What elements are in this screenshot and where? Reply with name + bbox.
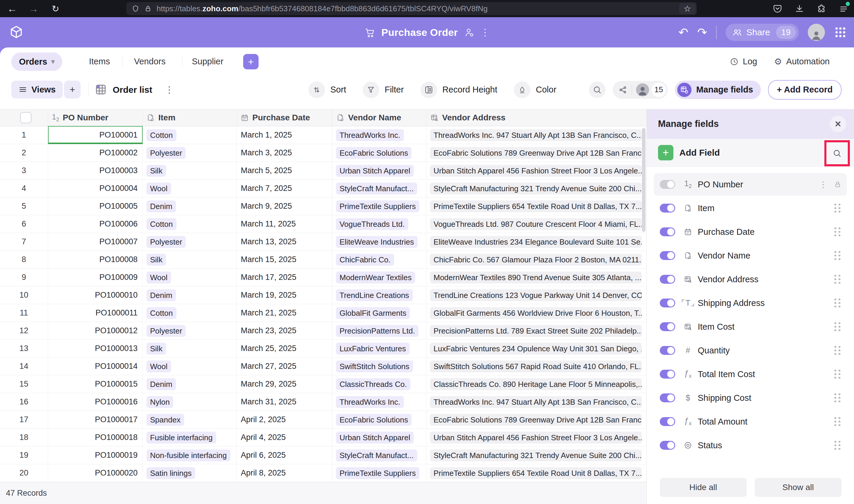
purchase-date-cell[interactable]: April 6, 2025 — [237, 447, 333, 464]
manage-fields-button[interactable]: Manage fields — [675, 80, 761, 99]
vendor-address-cell[interactable]: EcoFabric Solutions 789 Greenway Drive A… — [426, 144, 646, 162]
drag-handle-icon[interactable] — [833, 298, 841, 308]
vendor-name-cell[interactable]: EliteWeave Industries — [333, 233, 426, 251]
field-row-vendor-address[interactable]: Vendor Address — [654, 267, 847, 291]
vendor-name-cell[interactable]: LuxFabric Ventures — [333, 340, 426, 357]
vendor-address-cell[interactable]: VogueThreads Ltd. 987 Couture Crescent F… — [426, 215, 646, 233]
field-toggle[interactable] — [660, 441, 675, 450]
filter-button[interactable]: Filter — [363, 82, 404, 98]
purchase-date-cell[interactable]: March 19, 2025 — [237, 286, 333, 304]
browser-reload-button[interactable]: ↻ — [48, 0, 64, 17]
field-menu-kebab-icon[interactable]: ⋮ — [819, 180, 827, 190]
vendor-name-cell[interactable]: StyleCraft Manufact... — [333, 180, 426, 197]
vendor-address-cell[interactable]: PrimeTextile Suppliers 654 Textile Road … — [426, 197, 646, 215]
vendor-address-cell[interactable]: ModernWear Textiles 890 Trend Avenue Sui… — [426, 269, 646, 286]
item-cell[interactable]: Polyester — [143, 144, 237, 162]
row-number-cell[interactable]: 15 — [0, 375, 48, 393]
table-row[interactable]: 7 PO100007 Polyester March 13, 2025 Elit… — [0, 233, 646, 251]
row-number-cell[interactable]: 16 — [0, 393, 48, 411]
pocket-save-icon[interactable] — [773, 4, 782, 13]
drag-handle-icon[interactable] — [833, 203, 841, 214]
tab-orders[interactable]: Orders▾ — [11, 53, 62, 71]
vendor-address-cell[interactable]: ThreadWorks Inc. 947 Stuart Ally Apt 13B… — [426, 393, 646, 411]
purchase-date-cell[interactable]: March 11, 2025 — [237, 215, 333, 233]
field-row-po-number[interactable]: 12 PO Number ⋮ — [654, 173, 847, 196]
item-cell[interactable]: Cotton — [143, 126, 237, 144]
row-number-cell[interactable]: 1 — [0, 126, 48, 144]
table-row[interactable]: 1 PO100001 Cotton March 1, 2025 ThreadWo… — [0, 126, 646, 144]
item-cell[interactable]: Cotton — [143, 304, 237, 322]
vendor-name-cell[interactable]: EcoFabric Solutions — [333, 144, 426, 162]
browser-back-button[interactable]: ← — [4, 0, 20, 17]
vendor-address-cell[interactable]: PrecisionPatterns Ltd. 789 Exact Street … — [426, 322, 646, 340]
field-row-quantity[interactable]: # Quantity — [654, 339, 847, 362]
field-row-purchase-date[interactable]: Purchase Date — [654, 220, 847, 244]
show-all-button[interactable]: Show all — [755, 478, 841, 497]
vendor-address-cell[interactable]: PrimeTextile Suppliers 654 Textile Road … — [426, 464, 646, 482]
po-number-cell[interactable]: PO1000014 — [48, 358, 143, 375]
po-number-cell[interactable]: PO1000020 — [48, 464, 143, 482]
table-row[interactable]: 19 PO1000019 Non-fusible interfacing Apr… — [0, 447, 646, 464]
item-cell[interactable]: Wool — [143, 269, 237, 286]
po-number-cell[interactable]: PO1000018 — [48, 429, 143, 446]
item-cell[interactable]: Fusible interfacing — [143, 429, 237, 446]
drag-handle-icon[interactable] — [833, 369, 841, 379]
po-number-cell[interactable]: PO1000011 — [48, 304, 143, 322]
field-row-shipping-cost[interactable]: $ Shipping Cost — [654, 386, 847, 410]
item-cell[interactable]: Satin linings — [143, 464, 237, 482]
view-name[interactable]: Order list — [113, 76, 152, 104]
search-button[interactable] — [589, 82, 605, 98]
table-row[interactable]: 5 PO100005 Denim March 9, 2025 PrimeText… — [0, 197, 646, 215]
vendor-name-cell[interactable]: ThreadWorks Inc. — [333, 393, 426, 411]
field-row-total-item-cost[interactable]: ƒx Total Item Cost — [654, 362, 847, 386]
purchase-date-cell[interactable]: March 17, 2025 — [237, 269, 333, 286]
browser-forward-button[interactable]: → — [25, 0, 41, 17]
field-toggle[interactable] — [660, 322, 675, 331]
column-header-vendor-address[interactable]: Vendor Address — [426, 109, 646, 126]
add-field-plus-icon[interactable]: + — [658, 145, 673, 160]
item-cell[interactable]: Spandex — [143, 411, 237, 428]
po-number-cell[interactable]: PO100007 — [48, 233, 143, 251]
download-icon[interactable] — [795, 4, 804, 13]
user-settings-icon[interactable] — [464, 27, 475, 38]
field-toggle[interactable] — [660, 417, 675, 426]
vendor-name-cell[interactable]: SwiftStitch Solutions — [333, 358, 426, 375]
table-row[interactable]: 18 PO1000018 Fusible interfacing April 4… — [0, 429, 646, 447]
vendor-address-cell[interactable]: LuxFabric Ventures 234 Opulence Way Unit… — [426, 340, 646, 357]
row-number-cell[interactable]: 4 — [0, 180, 48, 197]
vendor-address-cell[interactable]: StyleCraft Manufacturing 321 Trendy Aven… — [426, 180, 646, 197]
vendor-address-cell[interactable]: SwiftStitch Solutions 567 Rapid Road Sui… — [426, 358, 646, 375]
user-avatar[interactable] — [808, 24, 825, 41]
drag-handle-icon[interactable] — [833, 416, 841, 427]
row-number-cell[interactable]: 5 — [0, 197, 48, 215]
close-icon[interactable]: ✕ — [830, 115, 846, 132]
field-toggle[interactable] — [660, 275, 675, 284]
vendor-address-cell[interactable]: EliteWeave Industries 234 Elegance Boule… — [426, 233, 646, 251]
drag-handle-icon[interactable] — [833, 440, 841, 451]
scrollbar-thumb[interactable] — [642, 128, 645, 232]
purchase-date-cell[interactable]: March 23, 2025 — [237, 322, 333, 340]
vendor-address-cell[interactable]: TrendLine Creations 123 Vogue Parkway Un… — [426, 286, 646, 304]
select-all-checkbox[interactable] — [20, 112, 32, 123]
color-button[interactable]: Color — [514, 82, 556, 98]
vendor-name-cell[interactable]: TrendLine Creations — [333, 286, 426, 304]
vendor-name-cell[interactable]: PrecisionPatterns Ltd. — [333, 322, 426, 340]
item-cell[interactable]: Silk — [143, 251, 237, 268]
table-row[interactable]: 15 PO1000015 Denim March 29, 2025 Classi… — [0, 375, 646, 393]
drag-handle-icon[interactable] — [833, 345, 841, 356]
vendor-address-cell[interactable]: Urban Stitch Apparel 456 Fashion Street … — [426, 429, 646, 446]
purchase-date-cell[interactable]: March 31, 2025 — [237, 393, 333, 411]
sort-button[interactable]: Sort — [308, 82, 346, 98]
column-header-item[interactable]: Item — [143, 109, 237, 126]
purchase-date-cell[interactable]: April 4, 2025 — [237, 429, 333, 446]
share-button[interactable]: Share 19 — [726, 24, 799, 41]
extensions-icon[interactable] — [817, 4, 826, 13]
table-row[interactable]: 12 PO1000012 Polyester March 23, 2025 Pr… — [0, 322, 646, 340]
po-number-cell[interactable]: PO100002 — [48, 144, 143, 162]
vendor-name-cell[interactable]: ModernWear Textiles — [333, 269, 426, 286]
field-toggle[interactable] — [660, 346, 675, 355]
column-header-vendor-name[interactable]: Vendor Name — [333, 109, 426, 126]
item-cell[interactable]: Cotton — [143, 215, 237, 233]
po-number-cell[interactable]: PO100008 — [48, 251, 143, 268]
po-number-cell[interactable]: PO100006 — [48, 215, 143, 233]
